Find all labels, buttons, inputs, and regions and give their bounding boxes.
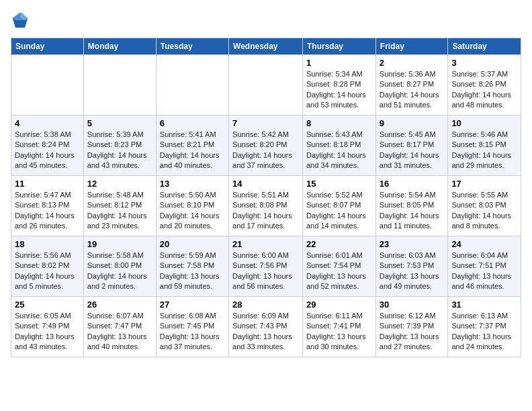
day-number: 9 bbox=[380, 118, 445, 128]
calendar-cell: 9Sunrise: 5:45 AM Sunset: 8:17 PM Daylig… bbox=[375, 116, 448, 176]
calendar-cell: 12Sunrise: 5:48 AM Sunset: 8:12 PM Dayli… bbox=[83, 176, 156, 236]
day-info: Sunrise: 5:47 AM Sunset: 8:13 PM Dayligh… bbox=[15, 190, 80, 232]
weekday-header-sunday: Sunday bbox=[11, 38, 84, 55]
day-info: Sunrise: 6:07 AM Sunset: 7:47 PM Dayligh… bbox=[87, 311, 152, 353]
day-info: Sunrise: 6:05 AM Sunset: 7:49 PM Dayligh… bbox=[15, 311, 80, 353]
day-number: 11 bbox=[15, 179, 80, 189]
calendar-cell: 22Sunrise: 6:01 AM Sunset: 7:54 PM Dayli… bbox=[303, 236, 376, 297]
day-info: Sunrise: 5:37 AM Sunset: 8:26 PM Dayligh… bbox=[451, 69, 517, 111]
day-number: 27 bbox=[160, 300, 225, 310]
day-info: Sunrise: 5:52 AM Sunset: 8:07 PM Dayligh… bbox=[306, 190, 372, 232]
day-number: 19 bbox=[87, 239, 152, 249]
day-number: 18 bbox=[15, 239, 80, 249]
day-info: Sunrise: 5:48 AM Sunset: 8:12 PM Dayligh… bbox=[87, 190, 152, 232]
calendar-cell: 13Sunrise: 5:50 AM Sunset: 8:10 PM Dayli… bbox=[156, 176, 228, 236]
day-number: 21 bbox=[232, 239, 299, 249]
calendar-week-row: 25Sunrise: 6:05 AM Sunset: 7:49 PM Dayli… bbox=[11, 297, 521, 357]
day-number: 4 bbox=[15, 118, 80, 128]
calendar-cell: 7Sunrise: 5:42 AM Sunset: 8:20 PM Daylig… bbox=[229, 116, 303, 176]
calendar-cell: 17Sunrise: 5:55 AM Sunset: 8:03 PM Dayli… bbox=[448, 176, 521, 236]
day-info: Sunrise: 5:36 AM Sunset: 8:27 PM Dayligh… bbox=[380, 69, 445, 111]
calendar-cell: 25Sunrise: 6:05 AM Sunset: 7:49 PM Dayli… bbox=[11, 297, 84, 357]
day-info: Sunrise: 6:11 AM Sunset: 7:41 PM Dayligh… bbox=[306, 311, 372, 353]
day-info: Sunrise: 5:55 AM Sunset: 8:03 PM Dayligh… bbox=[451, 190, 517, 232]
day-number: 6 bbox=[160, 118, 225, 128]
page-header bbox=[11, 11, 521, 30]
day-info: Sunrise: 5:56 AM Sunset: 8:02 PM Dayligh… bbox=[15, 250, 80, 292]
day-number: 12 bbox=[87, 179, 152, 189]
calendar-week-row: 18Sunrise: 5:56 AM Sunset: 8:02 PM Dayli… bbox=[11, 236, 521, 297]
calendar-cell bbox=[156, 55, 228, 116]
calendar-cell bbox=[11, 55, 84, 116]
day-info: Sunrise: 5:50 AM Sunset: 8:10 PM Dayligh… bbox=[160, 190, 225, 232]
day-number: 30 bbox=[380, 300, 445, 310]
day-number: 2 bbox=[380, 58, 445, 68]
calendar-cell: 21Sunrise: 6:00 AM Sunset: 7:56 PM Dayli… bbox=[229, 236, 303, 297]
day-info: Sunrise: 6:13 AM Sunset: 7:37 PM Dayligh… bbox=[451, 311, 517, 353]
calendar-week-row: 11Sunrise: 5:47 AM Sunset: 8:13 PM Dayli… bbox=[11, 176, 521, 236]
calendar-cell: 28Sunrise: 6:09 AM Sunset: 7:43 PM Dayli… bbox=[229, 297, 303, 357]
day-info: Sunrise: 6:09 AM Sunset: 7:43 PM Dayligh… bbox=[232, 311, 299, 353]
day-info: Sunrise: 5:43 AM Sunset: 8:18 PM Dayligh… bbox=[306, 130, 372, 171]
calendar-cell: 5Sunrise: 5:39 AM Sunset: 8:23 PM Daylig… bbox=[83, 116, 156, 176]
day-number: 31 bbox=[451, 300, 517, 310]
weekday-header-thursday: Thursday bbox=[303, 38, 376, 55]
day-number: 15 bbox=[306, 179, 372, 189]
calendar-cell: 3Sunrise: 5:37 AM Sunset: 8:26 PM Daylig… bbox=[448, 55, 521, 116]
day-number: 20 bbox=[160, 239, 225, 249]
weekday-header-saturday: Saturday bbox=[448, 38, 521, 55]
calendar-cell: 14Sunrise: 5:51 AM Sunset: 8:08 PM Dayli… bbox=[229, 176, 303, 236]
logo-icon bbox=[11, 11, 30, 30]
day-number: 16 bbox=[380, 179, 445, 189]
day-number: 14 bbox=[232, 179, 299, 189]
calendar-cell: 26Sunrise: 6:07 AM Sunset: 7:47 PM Dayli… bbox=[83, 297, 156, 357]
calendar-cell: 4Sunrise: 5:38 AM Sunset: 8:24 PM Daylig… bbox=[11, 116, 84, 176]
day-number: 23 bbox=[380, 239, 445, 249]
calendar-cell: 18Sunrise: 5:56 AM Sunset: 8:02 PM Dayli… bbox=[11, 236, 84, 297]
day-info: Sunrise: 6:04 AM Sunset: 7:51 PM Dayligh… bbox=[451, 250, 517, 292]
calendar-cell bbox=[83, 55, 156, 116]
calendar-cell: 31Sunrise: 6:13 AM Sunset: 7:37 PM Dayli… bbox=[448, 297, 521, 357]
day-number: 26 bbox=[87, 300, 152, 310]
day-number: 13 bbox=[160, 179, 225, 189]
calendar-cell: 1Sunrise: 5:34 AM Sunset: 8:28 PM Daylig… bbox=[303, 55, 376, 116]
day-info: Sunrise: 5:59 AM Sunset: 7:58 PM Dayligh… bbox=[160, 250, 225, 292]
calendar-week-row: 1Sunrise: 5:34 AM Sunset: 8:28 PM Daylig… bbox=[11, 55, 521, 116]
day-info: Sunrise: 5:58 AM Sunset: 8:00 PM Dayligh… bbox=[87, 250, 152, 292]
day-number: 17 bbox=[451, 179, 517, 189]
day-info: Sunrise: 5:42 AM Sunset: 8:20 PM Dayligh… bbox=[232, 130, 299, 171]
day-number: 7 bbox=[232, 118, 299, 128]
day-number: 10 bbox=[451, 118, 517, 128]
day-number: 29 bbox=[306, 300, 372, 310]
day-info: Sunrise: 6:03 AM Sunset: 7:53 PM Dayligh… bbox=[380, 250, 445, 292]
day-info: Sunrise: 5:41 AM Sunset: 8:21 PM Dayligh… bbox=[160, 130, 225, 171]
weekday-header-friday: Friday bbox=[375, 38, 448, 55]
calendar-cell: 8Sunrise: 5:43 AM Sunset: 8:18 PM Daylig… bbox=[303, 116, 376, 176]
weekday-header-row: SundayMondayTuesdayWednesdayThursdayFrid… bbox=[11, 38, 521, 55]
day-info: Sunrise: 6:12 AM Sunset: 7:39 PM Dayligh… bbox=[380, 311, 445, 353]
day-info: Sunrise: 6:08 AM Sunset: 7:45 PM Dayligh… bbox=[160, 311, 225, 353]
calendar-cell: 24Sunrise: 6:04 AM Sunset: 7:51 PM Dayli… bbox=[448, 236, 521, 297]
day-number: 24 bbox=[451, 239, 517, 249]
weekday-header-tuesday: Tuesday bbox=[156, 38, 228, 55]
calendar-cell: 19Sunrise: 5:58 AM Sunset: 8:00 PM Dayli… bbox=[83, 236, 156, 297]
day-info: Sunrise: 5:51 AM Sunset: 8:08 PM Dayligh… bbox=[232, 190, 299, 232]
day-info: Sunrise: 5:39 AM Sunset: 8:23 PM Dayligh… bbox=[87, 130, 152, 171]
calendar-cell: 20Sunrise: 5:59 AM Sunset: 7:58 PM Dayli… bbox=[156, 236, 228, 297]
calendar-cell: 15Sunrise: 5:52 AM Sunset: 8:07 PM Dayli… bbox=[303, 176, 376, 236]
calendar-cell: 29Sunrise: 6:11 AM Sunset: 7:41 PM Dayli… bbox=[303, 297, 376, 357]
day-number: 8 bbox=[306, 118, 372, 128]
calendar-cell: 27Sunrise: 6:08 AM Sunset: 7:45 PM Dayli… bbox=[156, 297, 228, 357]
calendar-cell: 16Sunrise: 5:54 AM Sunset: 8:05 PM Dayli… bbox=[375, 176, 448, 236]
day-info: Sunrise: 5:46 AM Sunset: 8:15 PM Dayligh… bbox=[451, 130, 517, 171]
day-number: 1 bbox=[306, 58, 372, 68]
day-number: 22 bbox=[306, 239, 372, 249]
day-info: Sunrise: 6:00 AM Sunset: 7:56 PM Dayligh… bbox=[232, 250, 299, 292]
calendar-cell: 2Sunrise: 5:36 AM Sunset: 8:27 PM Daylig… bbox=[375, 55, 448, 116]
calendar-cell: 11Sunrise: 5:47 AM Sunset: 8:13 PM Dayli… bbox=[11, 176, 84, 236]
calendar-cell: 6Sunrise: 5:41 AM Sunset: 8:21 PM Daylig… bbox=[156, 116, 228, 176]
day-number: 5 bbox=[87, 118, 152, 128]
calendar-cell bbox=[229, 55, 303, 116]
day-number: 28 bbox=[232, 300, 299, 310]
day-number: 25 bbox=[15, 300, 80, 310]
